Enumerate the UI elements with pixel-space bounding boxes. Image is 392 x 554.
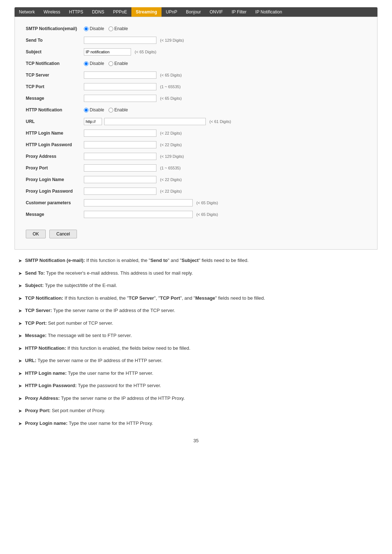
tcp-server-controls: (< 65 Digits) bbox=[84, 71, 182, 79]
desc-text-proxy-login-name: Proxy Login name: Type the user name for… bbox=[25, 420, 377, 427]
http-login-pass-controls: (< 22 Digits) bbox=[84, 141, 182, 148]
desc-item-send-to: ➤ Send To: Type the receiver's e-mail ad… bbox=[18, 270, 377, 277]
desc-text-url: URL: Type the server name or the IP addr… bbox=[25, 357, 377, 364]
proxy-port-input[interactable] bbox=[84, 164, 156, 172]
send-to-controls: (< 129 Digits) bbox=[84, 37, 184, 44]
http-radio-group: Disable Enable bbox=[84, 107, 128, 112]
proxy-login-pass-label: Proxy Login Password bbox=[26, 189, 84, 194]
message-hint: (< 65 Digits) bbox=[160, 96, 182, 100]
proxy-login-pass-input[interactable] bbox=[84, 188, 156, 195]
nav-pppoe[interactable]: PPPoE bbox=[109, 7, 131, 17]
customer-params-input[interactable] bbox=[84, 199, 193, 206]
tcp-notif-row: TCP Notification Disable Enable bbox=[26, 59, 366, 68]
button-row: OK Cancel bbox=[26, 226, 366, 242]
tcp-disable-radio[interactable] bbox=[84, 61, 89, 66]
arrow-icon-3: ➤ bbox=[18, 295, 22, 302]
customer-params-label: Customer parameters bbox=[26, 200, 84, 205]
message2-row: Message (< 65 Digits) bbox=[26, 210, 366, 219]
http-enable-label[interactable]: Enable bbox=[109, 107, 128, 112]
smtp-enable-radio[interactable] bbox=[109, 26, 113, 31]
arrow-icon-10: ➤ bbox=[18, 382, 22, 390]
tcp-port-row: TCP Port (1 ~ 65535) bbox=[26, 82, 366, 91]
desc-text-tcp-server: TCP Server: Type the server name or the … bbox=[25, 307, 377, 314]
http-enable-radio[interactable] bbox=[109, 108, 113, 112]
smtp-disable-radio[interactable] bbox=[84, 26, 89, 31]
tcp-server-hint: (< 65 Digits) bbox=[160, 73, 182, 77]
smtp-enable-label[interactable]: Enable bbox=[109, 26, 128, 31]
proxy-login-name-input[interactable] bbox=[84, 176, 156, 183]
tcp-port-input[interactable] bbox=[84, 83, 156, 90]
http-notif-row: HTTP Notification Disable Enable bbox=[26, 106, 366, 114]
http-enable-text: Enable bbox=[114, 107, 128, 112]
http-login-pass-label: HTTP Login Password bbox=[26, 142, 84, 147]
desc-item-smtp: ➤ SMTP Notification (e-mail): If this fu… bbox=[18, 257, 377, 264]
arrow-icon-6: ➤ bbox=[18, 332, 22, 340]
http-disable-label[interactable]: Disable bbox=[84, 107, 104, 112]
desc-text-message: Message: The message will be sent to FTP… bbox=[25, 332, 377, 339]
tcp-enable-radio[interactable] bbox=[109, 61, 113, 66]
desc-item-proxy-login-name: ➤ Proxy Login name: Type the user name f… bbox=[18, 420, 377, 427]
subject-input[interactable] bbox=[84, 48, 131, 56]
tcp-port-controls: (1 ~ 65535) bbox=[84, 83, 181, 90]
subject-row: Subject (< 65 Digits) bbox=[26, 48, 366, 56]
desc-text-http-notif: HTTP Notification: If this function is e… bbox=[25, 345, 377, 352]
smtp-row: SMTP Notification(email) Disable Enable bbox=[26, 24, 366, 33]
url-prefix-input[interactable] bbox=[84, 118, 102, 125]
nav-ddns[interactable]: DDNS bbox=[87, 7, 109, 17]
desc-text-smtp: SMTP Notification (e-mail): If this func… bbox=[25, 257, 377, 264]
proxy-login-name-row: Proxy Login Name (< 22 Digits) bbox=[26, 175, 366, 184]
proxy-address-input[interactable] bbox=[84, 153, 156, 160]
message2-label: Message bbox=[26, 212, 84, 217]
http-login-pass-input[interactable] bbox=[84, 141, 156, 148]
nav-ip-filter[interactable]: IP Filter bbox=[227, 7, 251, 17]
message2-input[interactable] bbox=[84, 211, 193, 218]
send-to-hint: (< 129 Digits) bbox=[160, 38, 184, 42]
desc-text-tcp-notif: TCP Notification: If this function is en… bbox=[25, 295, 377, 302]
send-to-label: Send To bbox=[26, 38, 84, 43]
smtp-disable-label[interactable]: Disable bbox=[84, 26, 104, 31]
http-disable-text: Disable bbox=[90, 107, 104, 112]
send-to-input[interactable] bbox=[84, 37, 156, 44]
subject-label: Subject bbox=[26, 49, 84, 54]
nav-bonjour[interactable]: Bonjour bbox=[181, 7, 205, 17]
url-label: URL bbox=[26, 119, 84, 124]
arrow-icon-0: ➤ bbox=[18, 257, 22, 264]
http-login-name-hint: (< 22 Digits) bbox=[160, 131, 182, 135]
nav-upnp[interactable]: UPnP bbox=[162, 7, 181, 17]
customer-params-controls: (< 65 Digits) bbox=[84, 199, 218, 206]
nav-onvif[interactable]: ONVIF bbox=[205, 7, 228, 17]
http-login-pass-hint: (< 22 Digits) bbox=[160, 143, 182, 147]
desc-text-http-login-name: HTTP Login name: Type the user name for … bbox=[25, 370, 377, 377]
desc-item-http-login-name: ➤ HTTP Login name: Type the user name fo… bbox=[18, 370, 377, 377]
smtp-label: SMTP Notification(email) bbox=[26, 26, 84, 31]
proxy-login-name-controls: (< 22 Digits) bbox=[84, 176, 182, 183]
proxy-login-pass-hint: (< 22 Digits) bbox=[160, 189, 182, 193]
desc-item-subject: ➤ Subject: Type the subject/title of the… bbox=[18, 282, 377, 290]
nav-https[interactable]: HTTPS bbox=[65, 7, 87, 17]
customer-params-hint: (< 65 Digits) bbox=[196, 201, 218, 205]
cancel-button[interactable]: Cancel bbox=[49, 230, 77, 238]
tcp-disable-label[interactable]: Disable bbox=[84, 61, 104, 66]
nav-streaming[interactable]: Streaming bbox=[131, 7, 162, 17]
http-disable-radio[interactable] bbox=[84, 108, 89, 112]
message-controls: (< 65 Digits) bbox=[84, 95, 182, 102]
message-input[interactable] bbox=[84, 95, 156, 102]
nav-ip-notification[interactable]: IP Notification bbox=[251, 7, 286, 17]
tcp-disable-text: Disable bbox=[90, 61, 104, 66]
tcp-enable-label[interactable]: Enable bbox=[109, 61, 128, 66]
message2-hint: (< 65 Digits) bbox=[196, 212, 218, 217]
arrow-icon-7: ➤ bbox=[18, 345, 22, 352]
desc-text-http-login-pass: HTTP Login Password: Type the password f… bbox=[25, 382, 377, 389]
nav-wireless[interactable]: Wireless bbox=[39, 7, 65, 17]
http-login-name-input[interactable] bbox=[84, 130, 156, 137]
proxy-address-row: Proxy Address (< 129 Digits) bbox=[26, 152, 366, 161]
desc-text-tcp-port: TCP Port: Set port number of TCP server. bbox=[25, 320, 377, 327]
arrow-icon-11: ➤ bbox=[18, 395, 22, 402]
url-main-input[interactable] bbox=[104, 118, 206, 125]
desc-text-proxy-port: Proxy Port: Set port number of Proxy. bbox=[25, 407, 377, 414]
arrow-icon-5: ➤ bbox=[18, 320, 22, 327]
ok-button[interactable]: OK bbox=[26, 230, 46, 238]
tcp-server-input[interactable] bbox=[84, 71, 156, 79]
tcp-port-hint: (1 ~ 65535) bbox=[160, 85, 181, 89]
nav-network[interactable]: Network bbox=[15, 7, 39, 17]
